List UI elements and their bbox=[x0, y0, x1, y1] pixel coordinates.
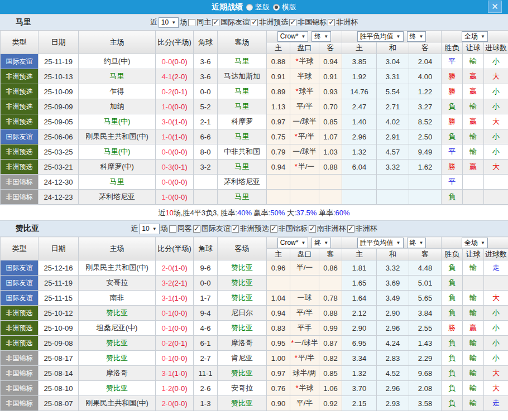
comp-checkbox-0[interactable] bbox=[193, 225, 200, 233]
comp-checkbox-1[interactable] bbox=[232, 225, 239, 233]
recent-count-select[interactable]: 10▼ bbox=[139, 224, 159, 234]
odds-away: 0.86 bbox=[319, 260, 342, 276]
comp-checkbox-2[interactable] bbox=[289, 19, 296, 26]
avg-draw: 2.91 bbox=[377, 129, 409, 144]
sub-header-8: 进球数 bbox=[484, 249, 508, 260]
odds-handicap: 球半/两 bbox=[290, 366, 319, 381]
score-cell: 0-0(0-0) bbox=[156, 54, 194, 69]
comp-checkbox-3[interactable] bbox=[309, 225, 316, 233]
layout-radio-0[interactable] bbox=[246, 4, 253, 11]
comp-label-0[interactable]: 国际友谊 bbox=[221, 17, 250, 27]
avg-away bbox=[409, 175, 442, 190]
corner-cell: 1-3 bbox=[194, 396, 218, 411]
comp-label-1[interactable]: 非洲预选 bbox=[259, 17, 288, 27]
recent-count-select[interactable]: 10▼ bbox=[159, 17, 179, 28]
comp-checkbox-1[interactable] bbox=[251, 19, 258, 26]
comp-checkbox-2[interactable] bbox=[270, 225, 277, 233]
comp-label-3[interactable]: 非洲杯 bbox=[336, 17, 358, 27]
result-goals: 小 bbox=[484, 306, 508, 321]
result-wdl: 勝 bbox=[442, 69, 463, 84]
team-name: 赞比亚 bbox=[16, 224, 39, 234]
score-cell: 4-1(2-0) bbox=[156, 69, 194, 84]
same-venue-label[interactable]: 同主 bbox=[197, 17, 211, 27]
close-icon[interactable]: ✕ bbox=[488, 1, 502, 13]
comp-checkbox-0[interactable] bbox=[212, 19, 219, 26]
avg-draw: 2.96 bbox=[377, 381, 409, 396]
odds-away: 1.07 bbox=[319, 129, 342, 144]
odds-away: 0.85 bbox=[319, 114, 342, 129]
score-cell: 1-0(1-0) bbox=[156, 129, 194, 144]
odds-final-select[interactable]: 终▼ bbox=[311, 238, 331, 248]
same-venue-checkbox[interactable] bbox=[169, 225, 176, 233]
comp-label-3[interactable]: 南非洲杯 bbox=[317, 224, 346, 234]
avg-draw: 3.49 bbox=[377, 291, 409, 306]
away-team: 马里 bbox=[218, 160, 267, 175]
avg-draw: 3.31 bbox=[377, 69, 409, 84]
result-wdl: 負 bbox=[442, 396, 463, 411]
odds-provider-select[interactable]: Crow*▼ bbox=[277, 238, 309, 248]
comp-checkbox-3[interactable] bbox=[328, 19, 335, 26]
scope-select[interactable]: 全场▼ bbox=[462, 31, 488, 42]
odds-home bbox=[267, 276, 290, 291]
odds-home: 0.89 bbox=[267, 84, 290, 99]
layout-radio-label-1[interactable]: 横版 bbox=[282, 3, 296, 11]
same-venue-label[interactable]: 同客 bbox=[178, 224, 192, 234]
result-handicap: 贏 bbox=[463, 160, 484, 175]
result-handicap: 輸 bbox=[463, 129, 484, 144]
result-wdl: 勝 bbox=[442, 84, 463, 99]
sub-header-2: 客 bbox=[319, 42, 342, 54]
match-date: 25-11-19 bbox=[39, 54, 79, 69]
avg-home bbox=[342, 175, 377, 190]
avg-home: 3.34 bbox=[342, 351, 377, 366]
avg-final-select[interactable]: 终▼ bbox=[407, 238, 426, 248]
odds-home: 0.97 bbox=[267, 114, 290, 129]
comp-checkbox-4[interactable] bbox=[347, 225, 354, 233]
match-row: 非国锦标 25-08-14 摩洛哥 3-1(1-0) 11-1 赞比亚 0.97… bbox=[1, 366, 508, 381]
layout-radio-1[interactable] bbox=[273, 4, 280, 11]
comp-label-1[interactable]: 非洲预选 bbox=[240, 224, 269, 234]
avg-away: 3.58 bbox=[409, 396, 442, 411]
avg-draw: 3.04 bbox=[377, 54, 409, 69]
scope-select[interactable]: 全场▼ bbox=[462, 238, 488, 248]
match-type-badge: 非洲预选 bbox=[1, 306, 39, 321]
score-cell: 2-0(1-0) bbox=[156, 260, 194, 276]
odds-final-select[interactable]: 终▼ bbox=[311, 31, 331, 42]
titlebar: 近期战绩 竖版横版 ✕ bbox=[0, 0, 508, 14]
avg-draw: 3.69 bbox=[377, 276, 409, 291]
odds-handicap: 一/球半 bbox=[290, 144, 319, 160]
window-title: 近期战绩 bbox=[212, 2, 243, 12]
odds-home: 1.00 bbox=[267, 351, 290, 366]
comp-label-0[interactable]: 国际友谊 bbox=[202, 224, 231, 234]
home-team: 约旦(中) bbox=[79, 54, 156, 69]
avg-draw: 5.54 bbox=[377, 84, 409, 99]
score-cell: 0-2(0-1) bbox=[156, 84, 194, 99]
avg-final-select[interactable]: 终▼ bbox=[407, 31, 426, 42]
avg-away: 2.50 bbox=[409, 129, 442, 144]
odds-provider-select[interactable]: Crow*▼ bbox=[277, 31, 309, 42]
match-date: 25-08-14 bbox=[39, 366, 79, 381]
avg-draw: 2.90 bbox=[377, 306, 409, 321]
match-row: 非洲预选 25-10-12 赞比亚 0-1(0-0) 9-4 尼日尔 0.94 … bbox=[1, 306, 508, 321]
same-venue-checkbox[interactable] bbox=[188, 19, 195, 26]
home-team: 马里(中) bbox=[79, 144, 156, 160]
comp-label-2[interactable]: 非国锦标 bbox=[279, 224, 308, 234]
sub-header-2: 客 bbox=[319, 249, 342, 260]
comp-label-2[interactable]: 非国锦标 bbox=[298, 17, 327, 27]
result-handicap bbox=[463, 175, 484, 190]
avg-home: 2.96 bbox=[342, 129, 377, 144]
home-team: 坦桑尼亚(中) bbox=[79, 321, 156, 336]
avg-type-select[interactable]: 胜平负均值▼ bbox=[357, 31, 404, 42]
away-team: 马里 bbox=[218, 54, 267, 69]
away-team: 马里 bbox=[218, 99, 267, 114]
result-handicap: 輸 bbox=[463, 291, 484, 306]
match-row: 非国锦标 25-08-17 赞比亚 0-1(0-0) 2-7 肯尼亚 1.00 … bbox=[1, 351, 508, 366]
result-handicap: 輸 bbox=[463, 381, 484, 396]
odds-home: 0.88 bbox=[267, 54, 290, 69]
summary-segment-8: 单率: bbox=[317, 209, 335, 217]
match-date: 25-11-15 bbox=[39, 291, 79, 306]
odds-home bbox=[267, 175, 290, 190]
col-header-1: 日期 bbox=[39, 31, 79, 54]
avg-type-select[interactable]: 胜平负均值▼ bbox=[357, 238, 404, 248]
layout-radio-label-0[interactable]: 竖版 bbox=[255, 3, 270, 11]
comp-label-4[interactable]: 非洲杯 bbox=[356, 224, 377, 234]
